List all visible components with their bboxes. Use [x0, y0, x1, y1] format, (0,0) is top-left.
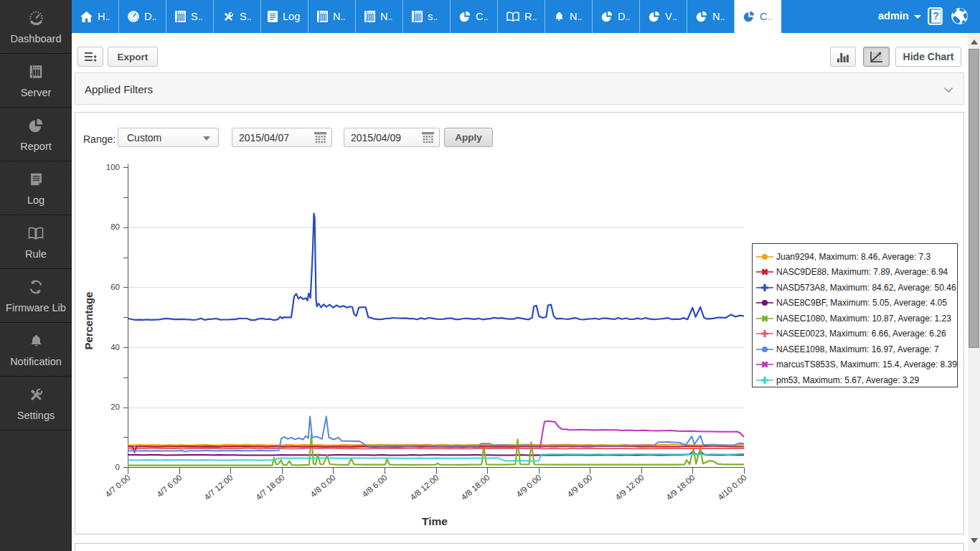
svg-text:Percentage: Percentage [83, 292, 95, 350]
svg-text:4/10 0:00: 4/10 0:00 [716, 473, 748, 501]
svg-text:60: 60 [110, 283, 120, 291]
svg-text:80: 80 [110, 222, 120, 231]
svg-text:40: 40 [110, 343, 120, 352]
svg-text:20: 20 [110, 402, 120, 411]
svg-text:4/7 12:00: 4/7 12:00 [202, 473, 234, 501]
svg-text:0: 0 [116, 463, 120, 471]
svg-text:Time: Time [422, 515, 448, 527]
svg-text:4/8 6:00: 4/8 6:00 [360, 473, 389, 499]
svg-text:4/9 12:00: 4/9 12:00 [613, 473, 645, 501]
svg-text:4/8 0:00: 4/8 0:00 [308, 473, 337, 499]
svg-text:4/7 18:00: 4/7 18:00 [254, 473, 286, 501]
svg-text:100: 100 [106, 163, 120, 171]
svg-text:?: ? [933, 10, 939, 22]
svg-text:4/9 18:00: 4/9 18:00 [664, 473, 696, 501]
svg-text:4/9 0:00: 4/9 0:00 [514, 473, 543, 499]
svg-text:4/7 0:00: 4/7 0:00 [103, 473, 132, 499]
svg-text:4/8 18:00: 4/8 18:00 [459, 473, 491, 501]
svg-text:4/7 6:00: 4/7 6:00 [155, 473, 184, 499]
svg-text:4/8 12:00: 4/8 12:00 [408, 473, 440, 501]
svg-text:4/9 6:00: 4/9 6:00 [565, 473, 594, 499]
